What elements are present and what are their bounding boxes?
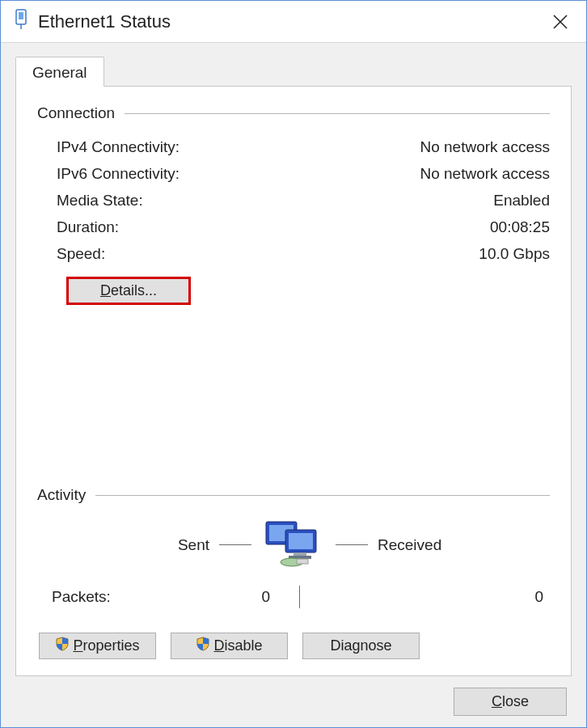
- connection-group: Connection IPv4 Connectivity: No network…: [37, 104, 550, 308]
- connection-group-title: Connection: [37, 104, 125, 122]
- action-button-row: Properties Disable Diagnose: [37, 628, 550, 659]
- tabpanel-general: Connection IPv4 Connectivity: No network…: [15, 86, 572, 676]
- duration-value: 00:08:25: [490, 218, 550, 236]
- details-button[interactable]: Details...: [68, 278, 189, 303]
- speed-row: Speed: 10.0 Gbps: [37, 242, 550, 269]
- network-computers-icon: [261, 517, 326, 573]
- media-state-label: Media State:: [57, 192, 143, 210]
- dash-icon: [219, 544, 251, 545]
- close-icon[interactable]: [541, 2, 580, 41]
- svg-rect-9: [294, 552, 306, 556]
- titlebar: Ethernet1 Status: [1, 1, 586, 43]
- activity-group: Activity Sent: [37, 486, 550, 608]
- sent-label: Sent: [96, 536, 209, 554]
- diagnose-button[interactable]: Diagnose: [302, 633, 420, 659]
- duration-label: Duration:: [57, 218, 119, 236]
- ipv6-value: No network access: [420, 165, 550, 183]
- received-label: Received: [378, 536, 491, 554]
- media-state-value: Enabled: [493, 192, 550, 210]
- packets-received-value: 0: [324, 588, 550, 606]
- svg-rect-12: [297, 559, 308, 564]
- speed-value: 10.0 Gbps: [479, 245, 550, 263]
- properties-button[interactable]: Properties: [39, 633, 156, 659]
- ipv4-value: No network access: [420, 138, 550, 156]
- separator: [299, 586, 300, 608]
- speed-label: Speed:: [57, 245, 105, 263]
- packets-label: Packets:: [52, 588, 157, 606]
- ipv6-row: IPv6 Connectivity: No network access: [37, 162, 550, 188]
- tab-general[interactable]: General: [15, 57, 104, 87]
- ipv4-row: IPv4 Connectivity: No network access: [37, 135, 550, 162]
- ethernet-status-window: Ethernet1 Status General Connection IPv4…: [0, 0, 587, 728]
- activity-icon-row: Sent: [37, 517, 550, 573]
- client-area: General Connection IPv4 Connectivity: No…: [1, 43, 586, 727]
- ipv6-label: IPv6 Connectivity:: [57, 165, 179, 183]
- ipv4-label: IPv4 Connectivity:: [57, 138, 179, 156]
- media-state-row: Media State: Enabled: [37, 188, 550, 215]
- dialog-footer: Close: [15, 676, 572, 716]
- group-rule: [125, 113, 550, 114]
- svg-rect-1: [19, 12, 23, 19]
- close-button[interactable]: Close: [454, 688, 567, 716]
- ethernet-icon: [14, 9, 28, 34]
- group-rule: [95, 495, 550, 496]
- disable-button[interactable]: Disable: [171, 633, 288, 659]
- packets-row: Packets: 0 0: [37, 579, 550, 608]
- activity-group-title: Activity: [37, 486, 95, 504]
- dash-icon: [336, 544, 368, 545]
- shield-icon: [55, 637, 70, 655]
- shield-icon: [196, 637, 210, 655]
- duration-row: Duration: 00:08:25: [37, 215, 550, 242]
- packets-sent-value: 0: [157, 588, 270, 606]
- svg-rect-8: [289, 533, 313, 549]
- window-title: Ethernet1 Status: [38, 11, 541, 32]
- tabstrip: General: [15, 56, 572, 86]
